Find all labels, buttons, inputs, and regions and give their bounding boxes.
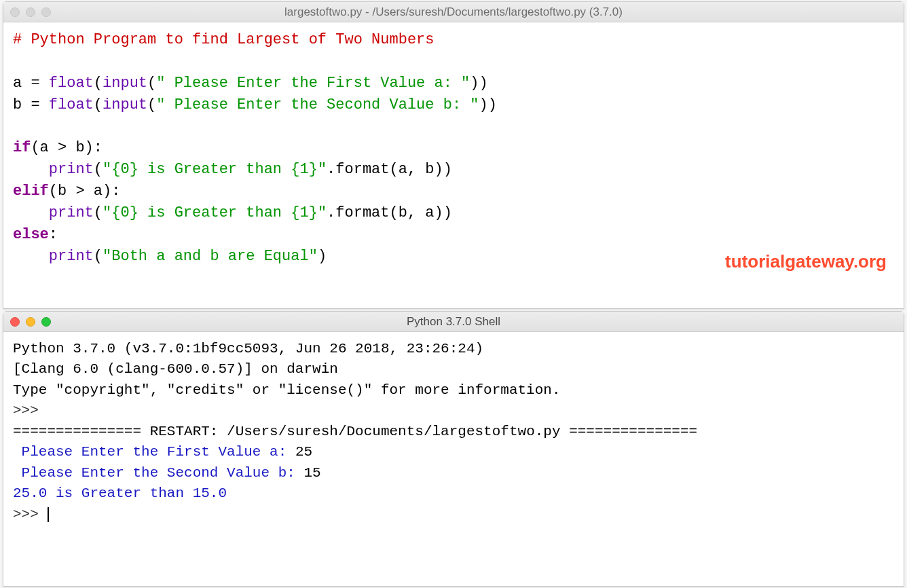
builtin-input: input (103, 75, 147, 92)
shell-banner-3: Type "copyright", "credits" or "license(… (13, 382, 561, 398)
editor-titlebar[interactable]: largestoftwo.py - /Users/suresh/Document… (3, 2, 904, 22)
watermark: tutorialgateway.org (725, 251, 887, 272)
cursor-icon (48, 507, 49, 522)
keyword-elif: elif (13, 183, 49, 200)
builtin-print: print (49, 161, 94, 178)
shell-banner-2: [Clang 6.0 (clang-600.0.57)] on darwin (13, 361, 338, 377)
var-b: b (13, 96, 22, 113)
keyword-if: if (13, 139, 31, 156)
builtin-float: float (49, 75, 94, 92)
minimize-icon[interactable] (26, 7, 35, 17)
result-output: 25.0 is Greater than 15.0 (13, 485, 227, 501)
code-comment: # Python Program to find Largest of Two … (13, 31, 434, 48)
shell-banner-1: Python 3.7.0 (v3.7.0:1bf9cc5093, Jun 26 … (13, 341, 492, 356)
traffic-lights (10, 7, 51, 17)
shell-prompt: >>> (13, 403, 47, 418)
input-prompt-1: Please Enter the First Value a: (13, 444, 295, 460)
var-a: a (13, 75, 22, 92)
zoom-icon[interactable] (41, 7, 51, 17)
string-equal: "Both a and b are Equal" (103, 248, 318, 265)
zoom-icon[interactable] (41, 317, 51, 327)
keyword-else: else (13, 226, 49, 243)
shell-title: Python 3.7.0 Shell (10, 315, 897, 329)
input-value-2: 15 (303, 465, 320, 481)
input-prompt-2: Please Enter the Second Value b: (13, 465, 303, 481)
close-icon[interactable] (10, 7, 20, 17)
string-prompt-b: " Please Enter the Second Value b: " (156, 96, 479, 113)
shell-output-area[interactable]: Python 3.7.0 (v3.7.0:1bf9cc5093, Jun 26 … (3, 332, 904, 532)
input-value-1: 25 (295, 444, 312, 460)
editor-title: largestoftwo.py - /Users/suresh/Document… (10, 5, 897, 19)
string-prompt-a: " Please Enter the First Value a: " (156, 75, 470, 92)
traffic-lights (10, 317, 51, 327)
minimize-icon[interactable] (26, 317, 35, 327)
editor-code-area[interactable]: # Python Program to find Largest of Two … (3, 22, 904, 274)
shell-window: Python 3.7.0 Shell Python 3.7.0 (v3.7.0:… (3, 311, 904, 587)
close-icon[interactable] (10, 317, 20, 327)
restart-line: =============== RESTART: /Users/suresh/D… (13, 424, 697, 439)
shell-titlebar[interactable]: Python 3.7.0 Shell (3, 312, 904, 332)
shell-prompt: >>> (13, 507, 47, 522)
